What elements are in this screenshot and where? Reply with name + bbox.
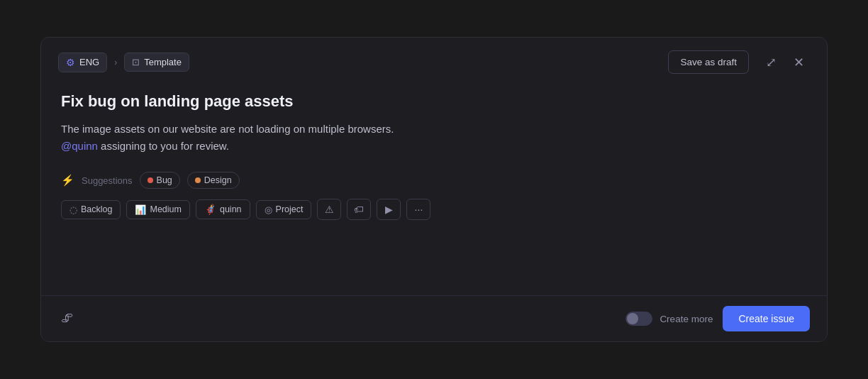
breadcrumb-template[interactable]: ⊡ Template (124, 53, 189, 72)
description-text-2: assigning to you for review. (98, 140, 229, 152)
tag-design[interactable]: Design (187, 172, 240, 189)
breadcrumb-eng[interactable]: ⚙ ENG (58, 53, 107, 72)
tag-design-label: Design (204, 175, 232, 185)
create-issue-button[interactable]: Create issue (723, 306, 810, 331)
properties-row: ◌ Backlog 📊 Medium 🦸 quinn ◎ Project ⚠ 🏷 (61, 199, 807, 220)
label-button[interactable]: 🏷 (347, 199, 371, 220)
create-more-toggle[interactable] (625, 312, 652, 326)
modal-body: Fix bug on landing page assets The image… (41, 84, 827, 295)
priority-button[interactable]: 📊 Medium (126, 200, 189, 219)
template-label: Template (144, 57, 182, 67)
modal-header: ⚙ ENG › ⊡ Template Save as draft ⤢ ✕ (41, 38, 827, 84)
project-icon: ◎ (265, 204, 272, 215)
create-issue-modal: ⚙ ENG › ⊡ Template Save as draft ⤢ ✕ Fix… (40, 37, 828, 342)
tag-bug[interactable]: Bug (140, 172, 180, 189)
close-button[interactable]: ✕ (788, 53, 810, 72)
assignee-label: quinn (220, 204, 242, 214)
issue-title[interactable]: Fix bug on landing page assets (61, 92, 807, 111)
suggestions-row: ⚡ Suggestions Bug Design (61, 172, 807, 189)
status-button[interactable]: ◌ Backlog (61, 200, 121, 219)
warning-button[interactable]: ⚠ (317, 199, 341, 220)
priority-icon: 📊 (135, 204, 146, 215)
modal-footer: 🖇 Create more Create issue (41, 295, 827, 341)
template-icon: ⊡ (132, 57, 140, 67)
expand-icon: ⤢ (766, 55, 777, 70)
breadcrumb-chevron: › (114, 57, 117, 67)
priority-label: Medium (150, 204, 181, 214)
gear-icon: ⚙ (66, 57, 75, 68)
attach-icon[interactable]: 🖇 (58, 309, 76, 329)
suggestions-label: Suggestions (82, 175, 133, 186)
save-draft-button[interactable]: Save as draft (668, 50, 749, 74)
mention-quinn: @quinn (61, 140, 98, 152)
status-icon: ◌ (69, 204, 77, 215)
project-button[interactable]: ◎ Project (256, 200, 312, 219)
issue-description: The image assets on our website are not … (61, 121, 807, 155)
play-button[interactable]: ▶ (377, 199, 401, 220)
more-icon: ··· (415, 204, 423, 215)
close-icon: ✕ (794, 55, 804, 70)
bug-dot (148, 177, 153, 183)
tag-bug-label: Bug (157, 175, 172, 185)
suggestions-icon: ⚡ (61, 174, 74, 187)
description-text-1: The image assets on our website are not … (61, 123, 394, 135)
eng-label: ENG (79, 57, 99, 67)
label-icon: 🏷 (354, 204, 364, 215)
expand-button[interactable]: ⤢ (760, 53, 782, 72)
more-button[interactable]: ··· (406, 199, 430, 220)
project-label: Project (276, 204, 304, 214)
create-more-label: Create more (660, 314, 713, 324)
assignee-button[interactable]: 🦸 quinn (196, 199, 250, 219)
create-more-area: Create more (625, 312, 713, 326)
warning-icon: ⚠ (325, 204, 334, 215)
assignee-avatar: 🦸 (204, 204, 216, 215)
design-dot (195, 177, 201, 183)
status-label: Backlog (81, 204, 112, 214)
play-icon: ▶ (385, 204, 393, 215)
toggle-knob (627, 313, 638, 324)
